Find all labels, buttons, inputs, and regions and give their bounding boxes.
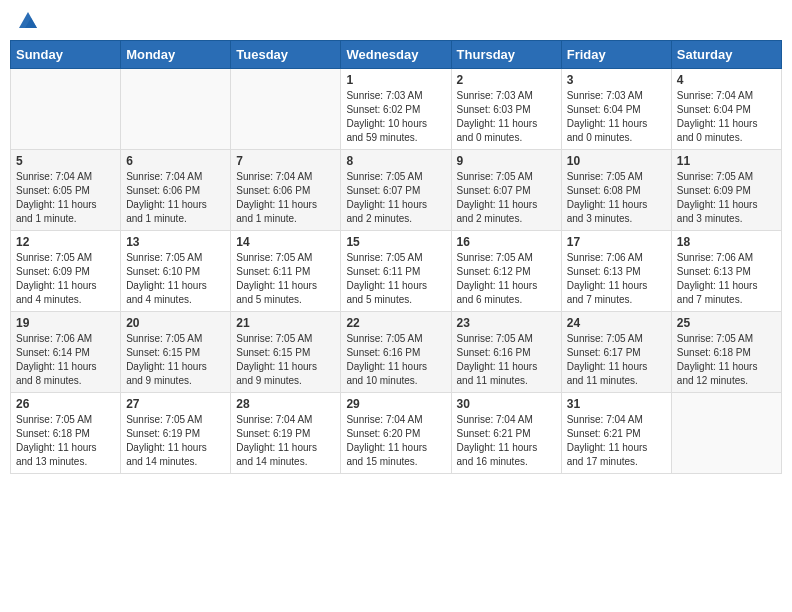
calendar-cell: 5Sunrise: 7:04 AM Sunset: 6:05 PM Daylig… — [11, 150, 121, 231]
day-number: 23 — [457, 316, 556, 330]
day-number: 31 — [567, 397, 666, 411]
calendar-cell: 27Sunrise: 7:05 AM Sunset: 6:19 PM Dayli… — [121, 393, 231, 474]
day-number: 3 — [567, 73, 666, 87]
calendar-cell — [231, 69, 341, 150]
calendar-cell: 20Sunrise: 7:05 AM Sunset: 6:15 PM Dayli… — [121, 312, 231, 393]
calendar-week-row: 26Sunrise: 7:05 AM Sunset: 6:18 PM Dayli… — [11, 393, 782, 474]
cell-content: Sunrise: 7:05 AM Sunset: 6:15 PM Dayligh… — [126, 332, 225, 388]
day-number: 16 — [457, 235, 556, 249]
cell-content: Sunrise: 7:05 AM Sunset: 6:15 PM Dayligh… — [236, 332, 335, 388]
calendar-cell: 25Sunrise: 7:05 AM Sunset: 6:18 PM Dayli… — [671, 312, 781, 393]
calendar-cell: 22Sunrise: 7:05 AM Sunset: 6:16 PM Dayli… — [341, 312, 451, 393]
cell-content: Sunrise: 7:05 AM Sunset: 6:17 PM Dayligh… — [567, 332, 666, 388]
day-number: 9 — [457, 154, 556, 168]
calendar-week-row: 12Sunrise: 7:05 AM Sunset: 6:09 PM Dayli… — [11, 231, 782, 312]
day-number: 6 — [126, 154, 225, 168]
weekday-header-saturday: Saturday — [671, 41, 781, 69]
calendar-cell — [11, 69, 121, 150]
page-header — [10, 10, 782, 32]
calendar-cell: 15Sunrise: 7:05 AM Sunset: 6:11 PM Dayli… — [341, 231, 451, 312]
calendar-cell — [121, 69, 231, 150]
weekday-header-monday: Monday — [121, 41, 231, 69]
cell-content: Sunrise: 7:05 AM Sunset: 6:18 PM Dayligh… — [677, 332, 776, 388]
cell-content: Sunrise: 7:05 AM Sunset: 6:16 PM Dayligh… — [346, 332, 445, 388]
cell-content: Sunrise: 7:05 AM Sunset: 6:09 PM Dayligh… — [677, 170, 776, 226]
day-number: 27 — [126, 397, 225, 411]
calendar-cell: 14Sunrise: 7:05 AM Sunset: 6:11 PM Dayli… — [231, 231, 341, 312]
calendar-cell: 4Sunrise: 7:04 AM Sunset: 6:04 PM Daylig… — [671, 69, 781, 150]
cell-content: Sunrise: 7:04 AM Sunset: 6:05 PM Dayligh… — [16, 170, 115, 226]
cell-content: Sunrise: 7:03 AM Sunset: 6:02 PM Dayligh… — [346, 89, 445, 145]
cell-content: Sunrise: 7:05 AM Sunset: 6:12 PM Dayligh… — [457, 251, 556, 307]
day-number: 18 — [677, 235, 776, 249]
day-number: 29 — [346, 397, 445, 411]
calendar-cell: 21Sunrise: 7:05 AM Sunset: 6:15 PM Dayli… — [231, 312, 341, 393]
weekday-header-friday: Friday — [561, 41, 671, 69]
calendar-week-row: 1Sunrise: 7:03 AM Sunset: 6:02 PM Daylig… — [11, 69, 782, 150]
calendar-cell: 6Sunrise: 7:04 AM Sunset: 6:06 PM Daylig… — [121, 150, 231, 231]
weekday-header-thursday: Thursday — [451, 41, 561, 69]
day-number: 4 — [677, 73, 776, 87]
day-number: 22 — [346, 316, 445, 330]
calendar-cell: 8Sunrise: 7:05 AM Sunset: 6:07 PM Daylig… — [341, 150, 451, 231]
day-number: 11 — [677, 154, 776, 168]
day-number: 28 — [236, 397, 335, 411]
day-number: 26 — [16, 397, 115, 411]
day-number: 12 — [16, 235, 115, 249]
calendar-cell: 10Sunrise: 7:05 AM Sunset: 6:08 PM Dayli… — [561, 150, 671, 231]
calendar-cell: 12Sunrise: 7:05 AM Sunset: 6:09 PM Dayli… — [11, 231, 121, 312]
day-number: 19 — [16, 316, 115, 330]
logo-icon — [17, 10, 39, 32]
day-number: 10 — [567, 154, 666, 168]
day-number: 8 — [346, 154, 445, 168]
cell-content: Sunrise: 7:05 AM Sunset: 6:11 PM Dayligh… — [346, 251, 445, 307]
calendar-cell: 9Sunrise: 7:05 AM Sunset: 6:07 PM Daylig… — [451, 150, 561, 231]
day-number: 17 — [567, 235, 666, 249]
cell-content: Sunrise: 7:05 AM Sunset: 6:19 PM Dayligh… — [126, 413, 225, 469]
day-number: 20 — [126, 316, 225, 330]
cell-content: Sunrise: 7:05 AM Sunset: 6:09 PM Dayligh… — [16, 251, 115, 307]
cell-content: Sunrise: 7:04 AM Sunset: 6:21 PM Dayligh… — [457, 413, 556, 469]
calendar-cell: 1Sunrise: 7:03 AM Sunset: 6:02 PM Daylig… — [341, 69, 451, 150]
day-number: 13 — [126, 235, 225, 249]
calendar-cell — [671, 393, 781, 474]
day-number: 30 — [457, 397, 556, 411]
cell-content: Sunrise: 7:05 AM Sunset: 6:18 PM Dayligh… — [16, 413, 115, 469]
cell-content: Sunrise: 7:05 AM Sunset: 6:07 PM Dayligh… — [457, 170, 556, 226]
weekday-header-wednesday: Wednesday — [341, 41, 451, 69]
calendar-header-row: SundayMondayTuesdayWednesdayThursdayFrid… — [11, 41, 782, 69]
calendar-week-row: 5Sunrise: 7:04 AM Sunset: 6:05 PM Daylig… — [11, 150, 782, 231]
cell-content: Sunrise: 7:05 AM Sunset: 6:11 PM Dayligh… — [236, 251, 335, 307]
calendar-cell: 17Sunrise: 7:06 AM Sunset: 6:13 PM Dayli… — [561, 231, 671, 312]
calendar-cell: 19Sunrise: 7:06 AM Sunset: 6:14 PM Dayli… — [11, 312, 121, 393]
day-number: 14 — [236, 235, 335, 249]
calendar-cell: 7Sunrise: 7:04 AM Sunset: 6:06 PM Daylig… — [231, 150, 341, 231]
weekday-header-sunday: Sunday — [11, 41, 121, 69]
logo — [15, 10, 39, 32]
cell-content: Sunrise: 7:05 AM Sunset: 6:16 PM Dayligh… — [457, 332, 556, 388]
cell-content: Sunrise: 7:05 AM Sunset: 6:08 PM Dayligh… — [567, 170, 666, 226]
calendar-cell: 11Sunrise: 7:05 AM Sunset: 6:09 PM Dayli… — [671, 150, 781, 231]
cell-content: Sunrise: 7:04 AM Sunset: 6:20 PM Dayligh… — [346, 413, 445, 469]
cell-content: Sunrise: 7:06 AM Sunset: 6:13 PM Dayligh… — [677, 251, 776, 307]
cell-content: Sunrise: 7:04 AM Sunset: 6:06 PM Dayligh… — [236, 170, 335, 226]
day-number: 7 — [236, 154, 335, 168]
cell-content: Sunrise: 7:05 AM Sunset: 6:10 PM Dayligh… — [126, 251, 225, 307]
cell-content: Sunrise: 7:04 AM Sunset: 6:19 PM Dayligh… — [236, 413, 335, 469]
calendar-cell: 29Sunrise: 7:04 AM Sunset: 6:20 PM Dayli… — [341, 393, 451, 474]
cell-content: Sunrise: 7:06 AM Sunset: 6:14 PM Dayligh… — [16, 332, 115, 388]
calendar-cell: 28Sunrise: 7:04 AM Sunset: 6:19 PM Dayli… — [231, 393, 341, 474]
day-number: 21 — [236, 316, 335, 330]
calendar-cell: 13Sunrise: 7:05 AM Sunset: 6:10 PM Dayli… — [121, 231, 231, 312]
calendar-cell: 2Sunrise: 7:03 AM Sunset: 6:03 PM Daylig… — [451, 69, 561, 150]
calendar-cell: 31Sunrise: 7:04 AM Sunset: 6:21 PM Dayli… — [561, 393, 671, 474]
calendar-cell: 30Sunrise: 7:04 AM Sunset: 6:21 PM Dayli… — [451, 393, 561, 474]
cell-content: Sunrise: 7:06 AM Sunset: 6:13 PM Dayligh… — [567, 251, 666, 307]
day-number: 2 — [457, 73, 556, 87]
cell-content: Sunrise: 7:05 AM Sunset: 6:07 PM Dayligh… — [346, 170, 445, 226]
day-number: 5 — [16, 154, 115, 168]
cell-content: Sunrise: 7:04 AM Sunset: 6:04 PM Dayligh… — [677, 89, 776, 145]
day-number: 25 — [677, 316, 776, 330]
cell-content: Sunrise: 7:04 AM Sunset: 6:06 PM Dayligh… — [126, 170, 225, 226]
calendar-cell: 16Sunrise: 7:05 AM Sunset: 6:12 PM Dayli… — [451, 231, 561, 312]
